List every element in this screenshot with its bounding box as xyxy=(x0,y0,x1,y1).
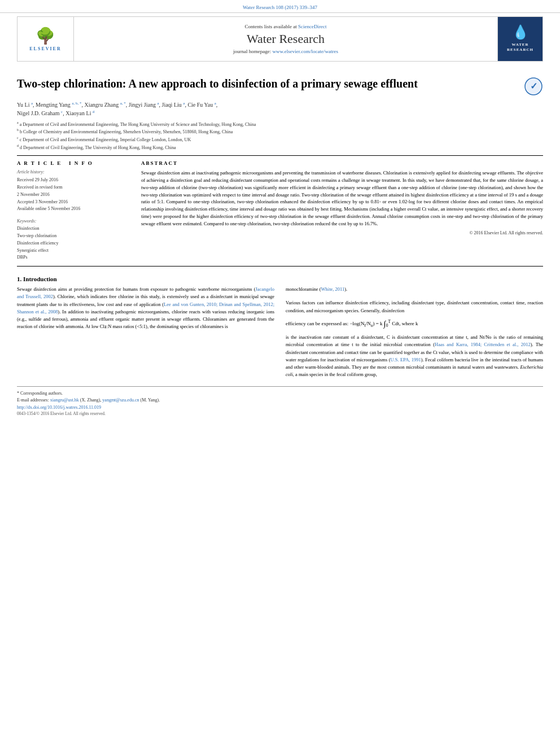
accepted-date: Accepted 3 November 2016 xyxy=(17,199,130,206)
intro-left-col: Sewage disinfection aims at providing pr… xyxy=(17,286,274,378)
section-divider xyxy=(17,155,543,156)
science-direct-anchor[interactable]: ScienceDirect xyxy=(298,24,326,29)
science-direct-link: Contents lists available at ScienceDirec… xyxy=(245,24,327,29)
article-title-section: Two-step chlorination: A new approach to… xyxy=(17,76,543,96)
keyword-4: Synergistic effect xyxy=(17,247,130,255)
keyword-1: Disinfection xyxy=(17,225,130,233)
affiliation-c: c c Department of Civil and Environmenta… xyxy=(17,136,543,143)
footer-section: * Corresponding authors. E-mail addresse… xyxy=(17,386,543,416)
abstract-col: ABSTRACT Sewage disinfection aims at ina… xyxy=(141,160,543,261)
intro-para1-cont: monochloramine (White, 2011). xyxy=(286,286,543,293)
elsevier-label: ELSEVIER xyxy=(29,46,61,51)
corresponding-note: * Corresponding authors. xyxy=(17,390,543,397)
water-research-badge: 💧 WATER RESEARCH xyxy=(497,17,542,61)
intro-para1: Sewage disinfection aims at providing pr… xyxy=(17,286,274,330)
ref-crittenden[interactable]: Crittenden et al., 2012 xyxy=(484,342,530,347)
intro-para2: Various factors can influence disinfecti… xyxy=(286,299,543,314)
elsevier-tree-icon: 🌳 xyxy=(36,27,55,45)
homepage-url[interactable]: www.elsevier.com/locate/watres xyxy=(273,49,338,54)
journal-header-center: Contents lists available at ScienceDirec… xyxy=(74,17,497,61)
intro-right-col: monochloramine (White, 2011). Various fa… xyxy=(286,286,543,378)
affiliation-d: d d Department of Civil Engineering, The… xyxy=(17,143,543,151)
affiliation-a: a a Department of Civil and Environmenta… xyxy=(17,120,543,128)
keyword-2: Two-step chlorination xyxy=(17,233,130,240)
intro-number: 1. xyxy=(17,276,21,282)
intro-body: Sewage disinfection aims at providing pr… xyxy=(17,286,543,378)
affiliation-b: b b College of Chemistry and Environment… xyxy=(17,128,543,136)
affiliations: a a Department of Civil and Environmenta… xyxy=(17,120,543,151)
article-info-col: A R T I C L E I N F O Article history: R… xyxy=(17,160,130,261)
elsevier-logo: 🌳 ELSEVIER xyxy=(18,17,74,61)
keyword-5: DBPs xyxy=(17,254,130,261)
crossmark-icon[interactable]: ✓ xyxy=(523,76,543,96)
email-line: E-mail addresses: xiangru@ust.hk (X. Zha… xyxy=(17,397,543,404)
abstract-heading: ABSTRACT xyxy=(141,160,543,166)
svg-text:✓: ✓ xyxy=(530,81,537,91)
journal-title: Water Research xyxy=(247,32,325,46)
ref-epa[interactable]: U.S. EPA, 1991 xyxy=(391,357,421,362)
journal-header-box: 🌳 ELSEVIER Contents lists available at S… xyxy=(17,16,543,62)
ref-drinan[interactable]: Drinan and Spellman, 2012; xyxy=(219,302,274,307)
email-label: E-mail addresses: xyxy=(17,397,49,403)
badge-text: WATER RESEARCH xyxy=(506,41,535,54)
article-title: Two-step chlorination: A new approach to… xyxy=(17,76,518,91)
email-addresses[interactable]: xiangru@ust.hk xyxy=(50,397,79,403)
formula-line: efficiency can be expressed as: −log(Nt/… xyxy=(286,318,543,330)
copyright: © 2016 Elsevier Ltd. All rights reserved… xyxy=(141,230,543,235)
received-date: Received 29 July 2016 xyxy=(17,177,130,184)
intro-section: 1. Introduction Sewage disinfection aims… xyxy=(17,276,543,378)
keywords-section: Keywords: Disinfection Two-step chlorina… xyxy=(17,219,130,261)
body-divider xyxy=(17,266,543,267)
ref-haas[interactable]: Haas and Karra, 1984; xyxy=(435,342,482,347)
doi-link[interactable]: http://dx.doi.org/10.1016/j.watres.2016.… xyxy=(17,405,101,410)
journal-homepage: journal homepage: www.elsevier.com/locat… xyxy=(233,49,338,54)
doi-line: http://dx.doi.org/10.1016/j.watres.2016.… xyxy=(17,404,543,410)
intro-heading: 1. Introduction xyxy=(17,276,543,282)
authors-line: Yu Li a, Mengting Yang a, b, *, Xiangru … xyxy=(17,101,543,118)
intro-para3: is the inactivation rate constant of a d… xyxy=(286,334,543,378)
email-yang[interactable]: yangmt@szu.edu.cn xyxy=(102,397,139,403)
ref-shannon[interactable]: Shannon et al., 2008 xyxy=(17,309,58,314)
ref-white[interactable]: White, 2011 xyxy=(321,286,345,292)
contents-label: Contents lists available at xyxy=(245,24,297,29)
abstract-text: Sewage disinfection aims at inactivating… xyxy=(141,169,543,227)
received-revised-label: Received in revised form xyxy=(17,184,130,191)
issn-line: 0043-1354/© 2016 Elsevier Ltd. All right… xyxy=(17,411,543,416)
intro-title: Introduction xyxy=(23,276,57,282)
article-info-abstract: A R T I C L E I N F O Article history: R… xyxy=(17,160,543,261)
history-label: Article history: xyxy=(17,169,130,174)
volume-info: Water Research 108 (2017) 339–347 xyxy=(243,5,317,10)
article-info-heading: A R T I C L E I N F O xyxy=(17,160,130,166)
ref-lee[interactable]: Lee and von Gunten, 2010; xyxy=(164,302,217,307)
keyword-3: Disinfection efficiency xyxy=(17,240,130,247)
available-online: Available online 5 November 2016 xyxy=(17,206,130,213)
revised-date: 2 November 2016 xyxy=(17,191,130,199)
homepage-label: journal homepage: xyxy=(233,49,271,54)
article-body: Two-step chlorination: A new approach to… xyxy=(0,65,560,422)
ref-jacangelo[interactable]: Jacangelo and Trussell, 2002 xyxy=(17,286,274,299)
keywords-label: Keywords: xyxy=(17,219,130,224)
journal-header-bar: Water Research 108 (2017) 339–347 xyxy=(0,0,560,13)
water-drop-icon: 💧 xyxy=(512,24,529,40)
